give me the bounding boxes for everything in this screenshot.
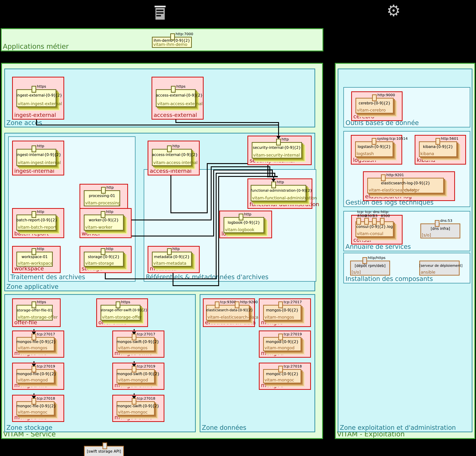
connector-wire <box>211 166 212 220</box>
ingest-external-port-label: https <box>37 84 46 88</box>
cerebro-sublabel: vitam-cerebro <box>357 108 386 113</box>
elasticsearch-log-title: elasticsearch-log-[0-9]{2} <box>367 181 444 185</box>
connector-wire <box>207 163 208 213</box>
depot-rpm-deb-title: [dépôt rpm/deb] <box>350 263 390 268</box>
arrowhead <box>271 179 276 182</box>
consul-port-label: http: 8500 <box>381 210 390 218</box>
document-icon <box>155 6 165 20</box>
mongos-swift-port-label: tcp:27017 <box>137 332 155 336</box>
metadata-port <box>167 248 172 255</box>
consul-port-label: dns: 53 <box>373 210 381 218</box>
security-internal-sublabel: vitam-security-internal <box>253 153 300 158</box>
offer-swift-sublabel: vitam-storage-offer <box>102 315 142 319</box>
connector-wire <box>36 125 279 125</box>
cerebro-port <box>372 94 377 101</box>
consul-port <box>356 218 361 225</box>
elasticsearch-data-port-label: http:9200 <box>240 300 258 304</box>
logstash-title: logstash-[0-9]{2} <box>355 145 393 149</box>
offer-file-title: storage-offer-file-01 <box>17 308 53 312</box>
access-internal-group-label: access-internal <box>150 167 192 174</box>
workspace-title: workspace-01 <box>17 255 53 259</box>
mongos-file-sublabel: vitam-mongos <box>18 346 47 350</box>
mongos-swift-sublabel: vitam-mongos <box>118 346 148 350</box>
connector-wire <box>267 176 278 177</box>
connector-wire <box>173 285 219 286</box>
access-external-group-label: access-external <box>154 112 197 118</box>
elasticsearch-data-port-label: tcp:9300 <box>220 300 236 304</box>
kibana-group-label: kibana <box>417 157 435 163</box>
ingest-internal-port-label: http <box>37 144 44 148</box>
connector-wire <box>216 173 275 174</box>
ingest-internal-sublabel: vitam-ingest-internal <box>18 160 61 165</box>
mongod-swift-sublabel: vitam-mongod <box>118 378 148 382</box>
mongod-file-port-label: tcp:27019 <box>37 364 55 368</box>
mongoc-port-label: tcp:27018 <box>284 364 302 368</box>
access-external-sublabel: vitam-access-external <box>157 101 203 106</box>
swift-object-storage-title: [swift storage API] <box>84 449 124 454</box>
ingest-external-title: ingest-external-[0-9]{2} <box>17 93 56 97</box>
connector-wire <box>269 166 270 177</box>
logstash-group-label: logstash <box>353 157 376 163</box>
connector-wire <box>170 175 171 213</box>
access-external-port <box>171 86 176 93</box>
elasticsearch-log-port-label: http:9201 <box>386 173 404 177</box>
ingest-internal-group-label: ingest-internal <box>14 167 54 174</box>
offer-swift-title: storage-offer-swift-[0-9]{2} <box>101 308 140 312</box>
mongoc-file-port-label: tcp:27018 <box>37 396 55 400</box>
worker-port-label: http <box>106 210 113 214</box>
elasticsearch-log-port <box>381 174 386 181</box>
arrowhead <box>132 332 136 335</box>
kibana-sublabel: kibana <box>420 151 434 156</box>
zone-donnees-label: Zone données <box>202 424 246 456</box>
ingest-external-group-label: ingest-external <box>14 112 56 118</box>
ihm-demo-port-label: http:7000 <box>176 32 193 36</box>
vitam-architecture-diagram: ⚙ Applications métierVITAM - ServiceVITA… <box>0 0 476 456</box>
functional-administration-sublabel: vitam-functional-administration <box>252 196 317 200</box>
serveur-deploiement-title: [serveur de déploiement] <box>419 263 459 268</box>
batch-report-title: batch-report-[0-9]{2} <box>17 218 56 222</box>
gear-icon: ⚙ <box>386 3 400 18</box>
arrowhead <box>276 136 280 139</box>
zone-stockage-label: Zone stockage <box>6 424 52 456</box>
metadata-port-label: http <box>172 247 180 251</box>
zone-installation-label: Installation des composants <box>346 275 433 456</box>
processing-sublabel: vitam-processing <box>85 201 120 205</box>
elasticsearch-data-title: elasticsearch-data-[0-9]{2} <box>206 308 250 312</box>
mongos-port-label: tcp:27017 <box>284 300 302 304</box>
access-internal-sublabel: vitam-access-internal <box>153 160 197 165</box>
connector-wire <box>218 176 219 286</box>
connector-wire <box>171 212 208 213</box>
mongod-port-label: tcp:27019 <box>284 332 302 336</box>
batch-report-sublabel: vitam-batch-report <box>18 225 57 229</box>
dns-infra-title: [dns infra] <box>420 227 460 231</box>
consul-port <box>372 218 377 225</box>
logstash-port-label: syslog:tcp:10514 <box>377 137 408 140</box>
functional-administration-port <box>271 182 276 188</box>
workspace-port <box>32 248 36 255</box>
access-internal-port <box>167 145 172 152</box>
connector-wire <box>213 170 273 170</box>
swift-object-storage-port <box>102 442 107 449</box>
mongoc-file-sublabel: vitam-mongoc <box>18 410 47 414</box>
storage-sublabel: vitam-storage <box>85 261 114 266</box>
logbook-sublabel: vitam-logbook <box>225 227 255 232</box>
worker-title: worker-[0-9]{2} <box>84 218 124 222</box>
kibana-port <box>435 138 440 145</box>
mongos-file-port-label: tcp:27017 <box>37 332 55 336</box>
connector-wire <box>213 170 214 236</box>
elasticsearch-data-port <box>215 301 220 308</box>
storage-title: storage-[0-9]{2} <box>84 255 124 259</box>
document-icon-cap <box>154 6 166 7</box>
metadata-sublabel: vitam-metadata <box>153 261 186 266</box>
arrowhead <box>132 364 136 367</box>
batch-report-port-label: http <box>37 210 44 214</box>
access-external-port-label: https <box>176 84 185 88</box>
offer-file-port-label: https <box>37 300 46 304</box>
ihm-demo-port <box>170 33 175 40</box>
arrowhead <box>32 364 36 367</box>
ingest-external-sublabel: vitam-ingest-external <box>18 101 62 106</box>
connector-wire <box>216 173 217 279</box>
processing-port <box>101 187 106 194</box>
dns-infra-sublabel: [s/o] <box>422 233 431 237</box>
storage-port <box>101 248 105 255</box>
